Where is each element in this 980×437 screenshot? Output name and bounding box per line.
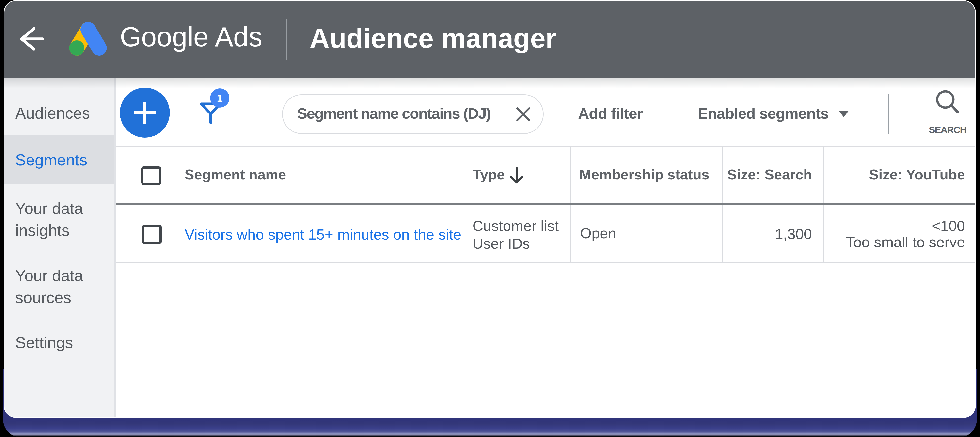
svg-text:1: 1 bbox=[217, 93, 223, 104]
